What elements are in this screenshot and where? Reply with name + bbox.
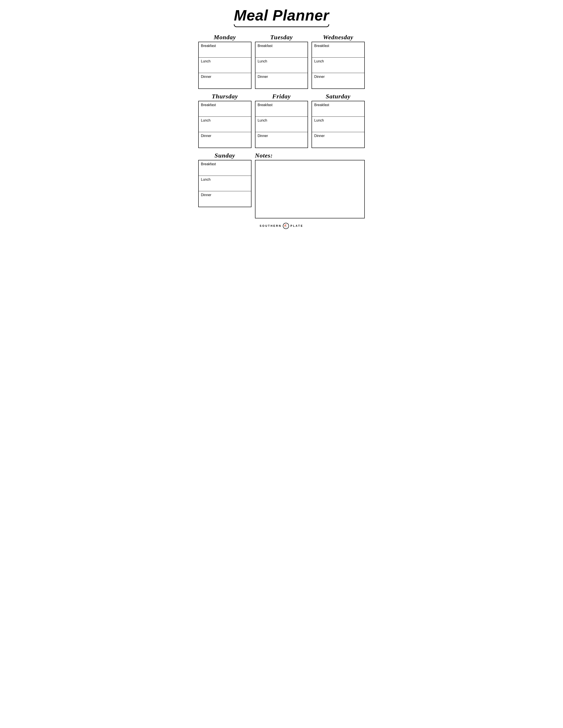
wednesday-column: Wednesday Breakfast Lunch Dinner: [310, 34, 367, 89]
wednesday-dinner-label: Dinner: [314, 75, 362, 79]
saturday-breakfast-cell[interactable]: Breakfast: [312, 101, 364, 117]
tuesday-dinner-label: Dinner: [258, 75, 306, 79]
thursday-dinner-label: Dinner: [201, 134, 249, 138]
thursday-lunch-cell[interactable]: Lunch: [199, 117, 251, 132]
friday-header: Friday: [255, 93, 308, 100]
title-container: Meal Planner: [196, 7, 367, 27]
tuesday-box: Breakfast Lunch Dinner: [255, 42, 308, 89]
thursday-box: Breakfast Lunch Dinner: [198, 101, 251, 148]
brand-name: SOUTHERN: [259, 224, 282, 227]
saturday-lunch-cell[interactable]: Lunch: [312, 117, 364, 132]
friday-column: Friday Breakfast Lunch Dinner: [253, 93, 310, 148]
wednesday-box: Breakfast Lunch Dinner: [312, 42, 365, 89]
brand-name-2: PLATE: [290, 224, 303, 227]
wednesday-breakfast-label: Breakfast: [314, 44, 362, 48]
wednesday-breakfast-cell[interactable]: Breakfast: [312, 42, 364, 58]
sunday-breakfast-cell[interactable]: Breakfast: [199, 160, 251, 176]
saturday-lunch-label: Lunch: [314, 118, 362, 122]
sunday-dinner-label: Dinner: [201, 193, 249, 197]
saturday-breakfast-label: Breakfast: [314, 103, 362, 107]
monday-lunch-cell[interactable]: Lunch: [199, 58, 251, 73]
friday-lunch-label: Lunch: [258, 118, 306, 122]
sunday-column: Sunday Breakfast Lunch Dinner: [196, 152, 253, 218]
thursday-breakfast-label: Breakfast: [201, 103, 249, 107]
monday-header: Monday: [198, 34, 251, 41]
sunday-box: Breakfast Lunch Dinner: [198, 160, 251, 207]
friday-box: Breakfast Lunch Dinner: [255, 101, 308, 148]
wednesday-lunch-cell[interactable]: Lunch: [312, 58, 364, 73]
day-headers-row2: Thursday Breakfast Lunch Dinner Friday: [196, 93, 367, 148]
friday-breakfast-cell[interactable]: Breakfast: [255, 101, 308, 117]
sunday-lunch-label: Lunch: [201, 178, 249, 182]
notes-header: Notes:: [255, 152, 365, 159]
tuesday-column: Tuesday Breakfast Lunch Dinner: [253, 34, 310, 89]
thursday-dinner-cell[interactable]: Dinner: [199, 132, 251, 148]
monday-dinner-label: Dinner: [201, 75, 249, 79]
sunday-lunch-cell[interactable]: Lunch: [199, 176, 251, 191]
notes-box[interactable]: [255, 160, 365, 218]
week-row-1: Monday Breakfast Lunch Dinner Tuesday: [196, 34, 367, 89]
bottom-section: Sunday Breakfast Lunch Dinner Notes:: [196, 152, 367, 218]
thursday-column: Thursday Breakfast Lunch Dinner: [196, 93, 253, 148]
tuesday-dinner-cell[interactable]: Dinner: [255, 73, 308, 88]
footer: SOUTHERN 🐔 PLATE: [196, 223, 367, 229]
monday-lunch-label: Lunch: [201, 59, 249, 63]
thursday-header: Thursday: [198, 93, 251, 100]
saturday-dinner-cell[interactable]: Dinner: [312, 132, 364, 148]
monday-box: Breakfast Lunch Dinner: [198, 42, 251, 89]
sunday-header: Sunday: [198, 152, 251, 159]
tuesday-lunch-label: Lunch: [258, 59, 306, 63]
day-headers-row1: Monday Breakfast Lunch Dinner Tuesday: [196, 34, 367, 89]
wednesday-lunch-label: Lunch: [314, 59, 362, 63]
tuesday-header: Tuesday: [255, 34, 308, 41]
page-title: Meal Planner: [234, 7, 329, 24]
notes-column: Notes:: [253, 152, 367, 218]
saturday-header: Saturday: [312, 93, 365, 100]
monday-dinner-cell[interactable]: Dinner: [199, 73, 251, 88]
saturday-column: Saturday Breakfast Lunch Dinner: [310, 93, 367, 148]
monday-breakfast-cell[interactable]: Breakfast: [199, 42, 251, 58]
friday-breakfast-label: Breakfast: [258, 103, 306, 107]
thursday-lunch-label: Lunch: [201, 118, 249, 122]
wednesday-header: Wednesday: [312, 34, 365, 41]
tuesday-breakfast-label: Breakfast: [258, 44, 306, 48]
title-wrapper: Meal Planner: [234, 7, 329, 27]
tuesday-breakfast-cell[interactable]: Breakfast: [255, 42, 308, 58]
monday-column: Monday Breakfast Lunch Dinner: [196, 34, 253, 89]
saturday-dinner-label: Dinner: [314, 134, 362, 138]
friday-dinner-cell[interactable]: Dinner: [255, 132, 308, 148]
thursday-breakfast-cell[interactable]: Breakfast: [199, 101, 251, 117]
meal-planner-page: Meal Planner Monday Breakfast Lunch Dinn…: [188, 0, 375, 243]
week-row-2: Thursday Breakfast Lunch Dinner Friday: [196, 93, 367, 148]
tuesday-lunch-cell[interactable]: Lunch: [255, 58, 308, 73]
sunday-dinner-cell[interactable]: Dinner: [199, 191, 251, 207]
monday-breakfast-label: Breakfast: [201, 44, 249, 48]
chicken-icon: 🐔: [283, 223, 289, 229]
saturday-box: Breakfast Lunch Dinner: [312, 101, 365, 148]
sunday-breakfast-label: Breakfast: [201, 162, 249, 166]
friday-dinner-label: Dinner: [258, 134, 306, 138]
wednesday-dinner-cell[interactable]: Dinner: [312, 73, 364, 88]
friday-lunch-cell[interactable]: Lunch: [255, 117, 308, 132]
